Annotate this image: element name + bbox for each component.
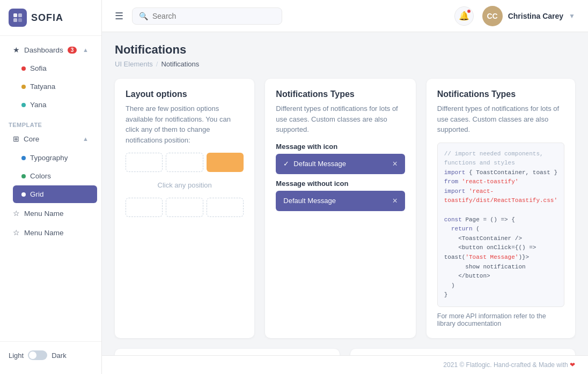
grid-label: Grid: [30, 190, 44, 198]
sidebar-item-sofia[interactable]: Sofia: [13, 59, 97, 77]
examples-without-icons-card: Notifications Types Examples, without ic…: [350, 349, 575, 355]
user-name: Christina Carey: [508, 12, 563, 20]
menu1-label: Menu Name: [24, 210, 64, 218]
svg-rect-0: [13, 13, 17, 17]
dot-yana: [21, 103, 26, 107]
sidebar-label-sofia: Sofia: [30, 64, 47, 72]
sidebar-item-typography[interactable]: Typography: [13, 149, 97, 167]
sidebar-projects-list: Sofia Tatyana Yana: [0, 59, 101, 114]
pos-bottom-center[interactable]: [166, 198, 203, 217]
user-info[interactable]: CC Christina Carey ▼: [482, 6, 575, 26]
chevron-up-icon-core: ▲: [83, 136, 89, 142]
chevron-up-icon: ▲: [83, 47, 89, 53]
toast-without-icon-label: Default Message: [283, 197, 336, 205]
header: ☰ 🔍 🔔 CC Christina Carey ▼: [102, 0, 588, 32]
sidebar-core-sub: Typography Colors Grid: [0, 148, 101, 204]
logo-text: SOFIA: [31, 12, 63, 24]
content-area: Notifications UI Elements / Notification…: [102, 32, 588, 355]
code-card-desc: Different types of notifications for lot…: [437, 103, 564, 135]
examples-row: Notifications Types Examples ✓ Success: …: [115, 349, 575, 355]
dot-typography: [21, 156, 26, 160]
breadcrumb-separator: /: [156, 60, 158, 68]
pos-bottom-right[interactable]: [207, 198, 244, 217]
logo-area: SOFIA: [0, 0, 101, 36]
toast-with-icon: ✓ Default Message ×: [276, 154, 405, 174]
sidebar-core-header[interactable]: ⊞ Core ▲: [4, 130, 97, 148]
search-input[interactable]: [152, 12, 275, 20]
theme-dark-label: Dark: [52, 351, 66, 360]
svg-rect-2: [13, 18, 17, 22]
code-card-title: Notifications Types: [437, 89, 564, 99]
top-cards-row: Layout options There are few position op…: [115, 79, 575, 338]
theme-toggle-thumb: [29, 351, 36, 359]
grid-icon: ⊞: [13, 134, 19, 143]
click-any-position-label: Click any position: [126, 175, 244, 195]
layout-card-title: Layout options: [126, 89, 244, 99]
sidebar-label-yana: Yana: [30, 101, 47, 109]
logo-icon: [9, 9, 27, 27]
dashboards-badge: 3: [68, 47, 77, 54]
svg-rect-3: [18, 18, 22, 22]
dot-sofia: [21, 66, 26, 71]
main-area: ☰ 🔍 🔔 CC Christina Carey ▼ Notifications…: [102, 0, 588, 374]
toast-with-icon-close[interactable]: ×: [392, 159, 397, 169]
sidebar-dashboards-header[interactable]: ★ Dashboards 3 ▲: [4, 41, 97, 59]
bell-button[interactable]: 🔔: [454, 6, 474, 26]
core-label: Core: [24, 135, 39, 143]
examples-with-icons-card: Notifications Types Examples ✓ Success: …: [115, 349, 340, 355]
without-icon-label: Message without icon: [276, 179, 405, 188]
theme-toggle: Light Dark: [4, 346, 97, 364]
dot-colors: [21, 174, 26, 178]
with-icon-label: Message with icon: [276, 143, 405, 151]
typography-label: Typography: [30, 154, 68, 162]
layout-card-desc: There are few position options available…: [126, 103, 244, 145]
sidebar-item-menu2[interactable]: ☆ Menu Name: [4, 223, 97, 242]
star-icon-menu2: ☆: [13, 228, 20, 237]
dot-tatyana: [21, 85, 26, 89]
search-icon: 🔍: [139, 12, 148, 20]
sidebar-dashboards-section: ★ Dashboards 3 ▲ Sofia Tatyana Yana: [0, 36, 101, 118]
heart-icon: ❤: [570, 361, 575, 369]
code-block: // import needed components, functions a…: [437, 143, 564, 308]
star-icon: ★: [13, 46, 20, 54]
sidebar-item-menu1[interactable]: ☆ Menu Name: [4, 204, 97, 222]
toast-with-icon-label: Default Message: [293, 160, 346, 168]
toast-without-icon: Default Message ×: [276, 191, 405, 211]
breadcrumb-parent[interactable]: UI Elements: [115, 60, 153, 68]
position-grid: Click any position: [126, 153, 244, 217]
breadcrumb: UI Elements / Notifications: [115, 60, 575, 68]
colors-label: Colors: [30, 172, 51, 180]
theme-light-label: Light: [9, 351, 24, 360]
dot-grid: [21, 192, 26, 197]
sidebar-item-yana[interactable]: Yana: [13, 96, 97, 114]
template-section-label: TEMPLATE: [0, 118, 101, 129]
avatar: CC: [482, 6, 503, 26]
pos-bottom-left[interactable]: [126, 198, 163, 217]
pos-top-center[interactable]: [166, 153, 203, 172]
footer-text: 2021 © Flatlogic. Hand-crafted & Made wi…: [443, 361, 575, 369]
code-card: Notifications Types Different types of n…: [427, 79, 575, 338]
star-icon-menu1: ☆: [13, 209, 20, 218]
menu2-label: Menu Name: [24, 229, 64, 237]
toast-check-icon: ✓: [283, 160, 289, 168]
notification-types-card: Notifications Types Different types of n…: [265, 79, 415, 338]
sidebar-bottom: Light Dark: [0, 341, 101, 369]
sidebar-item-tatyana[interactable]: Tatyana: [13, 78, 97, 95]
breadcrumb-current: Notifications: [161, 60, 199, 68]
svg-rect-1: [18, 13, 22, 17]
pos-top-left[interactable]: [126, 153, 163, 172]
page-title: Notifications: [115, 43, 575, 57]
sidebar-item-colors[interactable]: Colors: [13, 167, 97, 185]
toast-without-icon-close[interactable]: ×: [392, 196, 397, 206]
notif-card-desc: Different types of notifications for lot…: [276, 103, 405, 135]
footer: 2021 © Flatlogic. Hand-crafted & Made wi…: [102, 355, 588, 374]
hamburger-icon[interactable]: ☰: [115, 10, 123, 22]
search-box[interactable]: 🔍: [132, 8, 282, 25]
notif-card-title: Notifications Types: [276, 89, 405, 99]
sidebar-item-grid[interactable]: Grid: [13, 185, 97, 203]
pos-top-right[interactable]: [207, 153, 244, 172]
theme-toggle-track[interactable]: [28, 350, 47, 360]
layout-options-card: Layout options There are few position op…: [115, 79, 254, 338]
user-caret-icon: ▼: [569, 12, 575, 20]
sidebar-label-tatyana: Tatyana: [30, 83, 55, 91]
